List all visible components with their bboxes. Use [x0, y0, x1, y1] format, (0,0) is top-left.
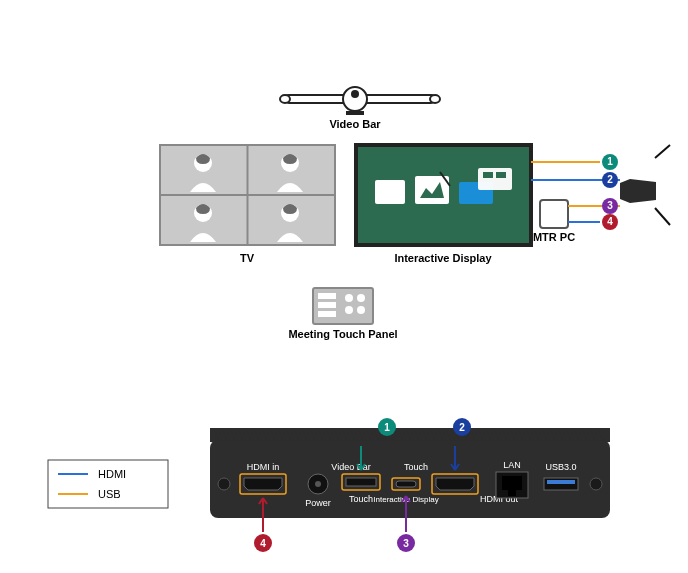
- svg-point-27: [345, 294, 353, 302]
- mtr-pc-device-icon: [620, 145, 670, 225]
- back-panel: HDMI in Power Video Bar Touch Touch Inte…: [210, 428, 610, 518]
- svg-rect-18: [478, 168, 512, 190]
- svg-point-1: [280, 95, 290, 103]
- panel-marker-2-text: 2: [459, 422, 465, 433]
- svg-rect-14: [375, 180, 405, 204]
- interactive-display-icon: [356, 145, 531, 245]
- legend-usb-label: USB: [98, 488, 121, 500]
- svg-rect-48: [547, 480, 575, 484]
- interactive-display-label: Interactive Display: [394, 252, 492, 264]
- svg-rect-26: [318, 311, 336, 317]
- svg-rect-42: [396, 481, 416, 487]
- connection-diagram: Video Bar TV Interactive Displ: [0, 0, 688, 573]
- port-usb30-label: USB3.0: [545, 462, 576, 472]
- svg-rect-5: [346, 111, 364, 115]
- svg-rect-15: [415, 176, 449, 204]
- svg-point-2: [430, 95, 440, 103]
- svg-point-28: [357, 294, 365, 302]
- port-videobar-label: Video Bar: [331, 462, 370, 472]
- port-lan-label: LAN: [503, 460, 521, 470]
- meeting-touch-panel-icon: [313, 288, 373, 324]
- svg-rect-25: [318, 302, 336, 308]
- meeting-touch-panel-label: Meeting Touch Panel: [288, 328, 397, 340]
- marker-2-text: 2: [607, 174, 613, 185]
- svg-rect-20: [496, 172, 506, 178]
- svg-point-38: [315, 481, 321, 487]
- svg-point-30: [357, 306, 365, 314]
- panel-marker-3-text: 3: [403, 538, 409, 549]
- svg-point-29: [345, 306, 353, 314]
- mtr-pc-box-icon: [540, 200, 568, 228]
- svg-rect-45: [502, 476, 522, 490]
- tv-label: TV: [240, 252, 255, 264]
- panel-marker-4-text: 4: [260, 538, 266, 549]
- marker-1-text: 1: [607, 156, 613, 167]
- svg-line-22: [655, 208, 670, 225]
- video-bar-label: Video Bar: [329, 118, 381, 130]
- svg-point-4: [351, 90, 359, 98]
- port-power-label: Power: [305, 498, 331, 508]
- port-touch-right-label: Touch: [404, 462, 428, 472]
- marker-3-text: 3: [607, 200, 613, 211]
- legend-hdmi-label: HDMI: [98, 468, 126, 480]
- port-usb30-icon: [544, 478, 578, 490]
- tv-icon: [160, 145, 335, 245]
- marker-4-text: 4: [607, 216, 613, 227]
- svg-rect-24: [318, 293, 336, 299]
- port-lan-icon: [496, 472, 528, 498]
- port-hdmi-in-label: HDMI in: [247, 462, 280, 472]
- svg-point-34: [218, 478, 230, 490]
- svg-line-21: [655, 145, 670, 158]
- mtr-pc-label: MTR PC: [533, 231, 575, 243]
- video-bar-icon: [280, 87, 440, 115]
- port-power-icon: [308, 474, 328, 494]
- svg-point-35: [590, 478, 602, 490]
- panel-marker-1-text: 1: [384, 422, 390, 433]
- svg-rect-46: [508, 490, 516, 496]
- port-touch-left-label: Touch: [349, 494, 373, 504]
- svg-rect-19: [483, 172, 493, 178]
- svg-rect-40: [346, 478, 376, 486]
- legend-box: HDMI USB: [48, 460, 168, 508]
